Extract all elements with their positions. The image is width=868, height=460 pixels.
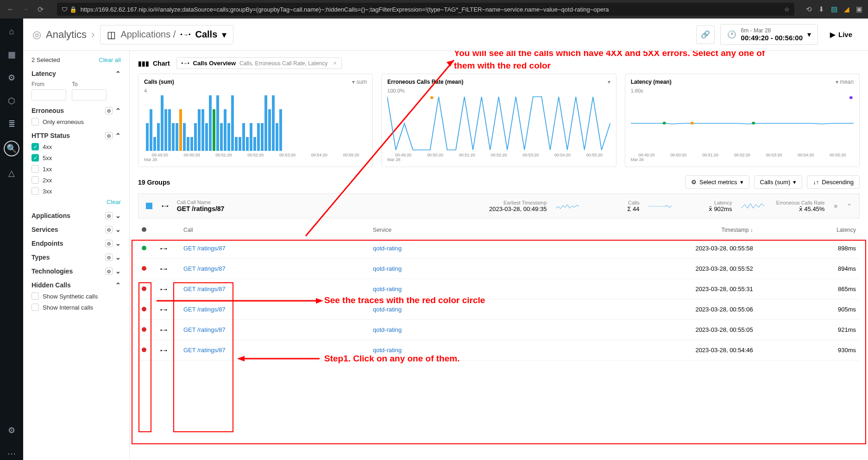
rail-websites-icon[interactable]: ▦	[5, 48, 18, 61]
chart-overview-chip[interactable]: •→• Calls Overview Calls, Erroneous Call…	[176, 57, 342, 69]
table-row[interactable]: •→• GET /ratings/87 qotd-rating 2023-03-…	[138, 340, 860, 361]
sort-button[interactable]: ↓↑Descending	[807, 175, 860, 189]
table-row[interactable]: •→• GET /ratings/87 qotd-rating 2023-03-…	[138, 259, 860, 279]
show-internal-check[interactable]: Show Internal calls	[31, 304, 121, 311]
shield-icon: 🛡	[62, 6, 68, 13]
status-dot-icon	[142, 348, 146, 352]
ext-icon[interactable]: ◢	[844, 5, 849, 13]
check-5xx[interactable]: ✓5xx	[31, 154, 121, 162]
chart1-yval: 4	[144, 88, 367, 93]
sync-icon[interactable]: ⟲	[806, 5, 812, 13]
service-link[interactable]: qotd-rating	[373, 347, 402, 354]
live-button[interactable]: ▶ Live	[824, 31, 859, 39]
chevron-up-icon[interactable]: ⌃	[847, 203, 852, 210]
rail-home-icon[interactable]: ⌂	[5, 25, 18, 38]
rail-analyze-icon[interactable]: 🔍	[4, 141, 19, 156]
group-summary-row[interactable]: •→• Call.Call NameGET /ratings/87 Earlie…	[138, 193, 860, 218]
chart3-yval: 1.80s	[631, 88, 854, 93]
more-icon[interactable]: ▣	[856, 5, 862, 13]
clear-all-link[interactable]: Clear all	[99, 56, 121, 63]
types-heading[interactable]: Types⊙⌄	[31, 254, 121, 261]
th-timestamp[interactable]: Timestamp ↓	[508, 222, 756, 238]
applications-heading[interactable]: Applications⊙⌄	[31, 212, 121, 219]
only-erroneous-check[interactable]: Only erroneous	[31, 118, 121, 125]
latency-from-input[interactable]	[31, 89, 66, 100]
check-2xx[interactable]: 2xx	[31, 176, 121, 184]
call-link[interactable]: GET /ratings/87	[183, 245, 226, 252]
call-link[interactable]: GET /ratings/87	[183, 286, 226, 292]
select-metrics-button[interactable]: ⚙Select metrics▾	[685, 175, 749, 189]
latency-cell: 930ms	[757, 340, 860, 361]
table-row[interactable]: •→• GET /ratings/87 qotd-rating 2023-03-…	[138, 279, 860, 299]
calls-sum-button[interactable]: Calls (sum)▾	[754, 175, 803, 189]
th-call[interactable]: Call	[180, 222, 369, 238]
download-icon[interactable]: ⬇	[818, 5, 824, 13]
call-link[interactable]: GET /ratings/87	[183, 306, 226, 313]
services-heading[interactable]: Services⊙⌄	[31, 226, 121, 233]
breadcrumb[interactable]: ◫ Applications / •→• Calls ▾	[100, 25, 233, 44]
check-4xx[interactable]: ✓4xx	[31, 143, 121, 150]
menu-icon[interactable]: ≡	[834, 203, 837, 210]
latency-to-input[interactable]	[72, 89, 107, 100]
service-link[interactable]: qotd-rating	[373, 306, 402, 313]
rail-more-icon[interactable]: ⋯	[5, 447, 18, 460]
th-latency[interactable]: Latency	[757, 222, 860, 238]
erroneous-label: Erroneous	[31, 107, 64, 114]
status-dot-icon	[142, 266, 146, 271]
descending-label: Descending	[822, 179, 854, 186]
http-status-heading[interactable]: HTTP Status ⊙⌃	[31, 132, 121, 139]
label-2xx: 2xx	[43, 177, 52, 184]
table-row[interactable]: •→• GET /ratings/87 qotd-rating 2023-03-…	[138, 320, 860, 340]
latency-stat-label: Latency	[714, 200, 732, 205]
time-picker[interactable]: 🕐 6m - Mar 28 00:49:20 - 00:56:00 ▾	[720, 24, 818, 45]
star-icon[interactable]: ☆	[784, 6, 790, 13]
latency-heading[interactable]: Latency ⌃	[31, 70, 121, 77]
show-synthetic-check[interactable]: Show Synthetic calls	[31, 292, 121, 300]
call-link[interactable]: GET /ratings/87	[183, 347, 226, 354]
rail-events-icon[interactable]: △	[5, 167, 18, 180]
chevron-down-icon[interactable]: ▾	[352, 79, 355, 85]
groups-count: 19 Groups	[138, 179, 170, 186]
endpoints-heading[interactable]: Endpoints⊙⌄	[31, 240, 121, 247]
trace-icon: •→•	[160, 286, 166, 292]
back-button[interactable]: ←	[6, 5, 16, 13]
technologies-heading[interactable]: Technologies⊙⌄	[31, 267, 121, 275]
from-label: From	[31, 81, 66, 87]
service-link[interactable]: qotd-rating	[373, 265, 402, 272]
chevron-down-icon: ⌄	[115, 240, 121, 247]
chart-tab[interactable]: ▮▮▮ Chart	[138, 60, 170, 67]
check-1xx[interactable]: 1xx	[31, 165, 121, 173]
call-link[interactable]: GET /ratings/87	[183, 265, 226, 272]
service-link[interactable]: qotd-rating	[373, 286, 402, 292]
chevron-down-icon: ▾	[222, 29, 226, 40]
reload-button[interactable]: ⟳	[35, 5, 45, 14]
svg-point-6	[849, 96, 852, 99]
url-bar[interactable]: 🛡 🔒 https://169.62.62.167.nip.io/#/analy…	[57, 3, 794, 16]
rail-infra-icon[interactable]: ≣	[5, 118, 18, 131]
rail-settings-icon[interactable]: ⚙	[5, 424, 18, 437]
call-link[interactable]: GET /ratings/87	[183, 326, 226, 333]
check-3xx[interactable]: 3xx	[31, 187, 121, 195]
share-link-button[interactable]: 🔗	[696, 25, 715, 44]
pocket-icon[interactable]: ▤	[831, 5, 837, 13]
rail-platform-icon[interactable]: ⬡	[5, 94, 18, 107]
timestamp-cell: 2023-03-28, 00:55:58	[508, 238, 756, 259]
hidden-calls-heading[interactable]: Hidden Calls⌃	[31, 281, 121, 289]
table-row[interactable]: •→• GET /ratings/87 qotd-rating 2023-03-…	[138, 299, 860, 320]
chevron-down-icon[interactable]: ▾	[608, 79, 610, 85]
svg-point-3	[662, 122, 666, 124]
service-link[interactable]: qotd-rating	[373, 245, 402, 252]
service-link[interactable]: qotd-rating	[373, 326, 402, 333]
rail-apps-icon[interactable]: ⚙	[5, 71, 18, 84]
clear-http-link[interactable]: Clear	[107, 199, 121, 205]
forward-button[interactable]: →	[20, 5, 31, 13]
th-service[interactable]: Service	[369, 222, 508, 238]
table-row[interactable]: •→• GET /ratings/87 qotd-rating 2023-03-…	[138, 238, 860, 259]
erroneous-heading[interactable]: Erroneous ⊙⌃	[31, 107, 121, 114]
close-icon[interactable]: ×	[333, 60, 337, 67]
chevron-down-icon[interactable]: ▾	[836, 79, 838, 85]
earliest-ts-label: Earliest Timestamp	[503, 200, 547, 205]
sort-icon: ↓↑	[813, 179, 819, 186]
err-stat-label: Erroneous Calls Rate	[776, 200, 825, 205]
filter-sidebar: 2 Selected Clear all Latency ⌃ From To	[23, 51, 130, 460]
